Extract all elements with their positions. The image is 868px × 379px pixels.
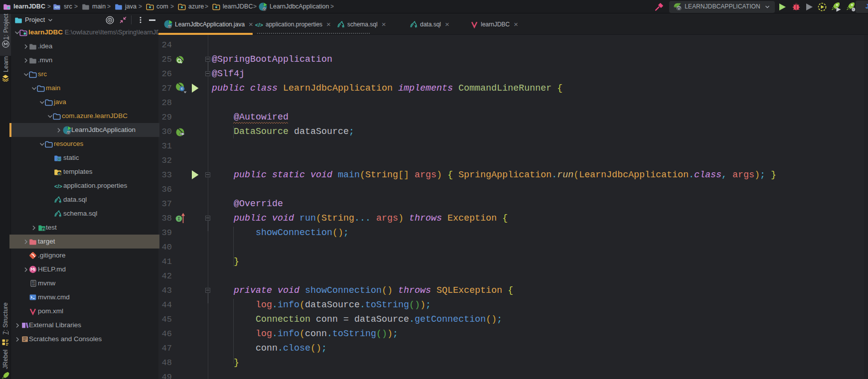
svg-text:c: c bbox=[181, 86, 183, 91]
svg-text:10: 10 bbox=[32, 283, 35, 286]
svg-text:</>: </> bbox=[54, 183, 62, 189]
svg-text:e: e bbox=[58, 172, 61, 176]
svg-text:</>: </> bbox=[255, 21, 263, 27]
svg-text:</>: </> bbox=[54, 5, 59, 9]
